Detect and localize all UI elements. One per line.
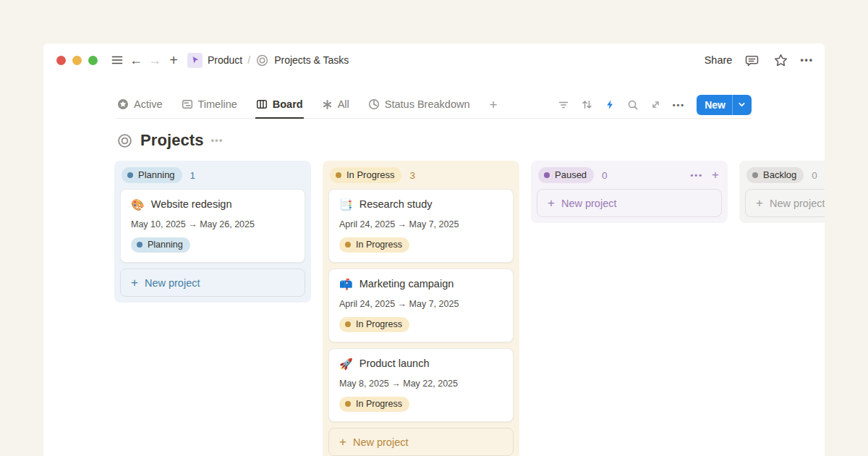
column-header: Backlog 0: [745, 164, 825, 189]
breadcrumb-product[interactable]: Product: [208, 54, 242, 66]
column-header-actions: ••• +: [691, 168, 720, 182]
window-controls: [56, 56, 98, 65]
column-count: 0: [812, 170, 817, 181]
menu-icon[interactable]: [108, 50, 127, 70]
breadcrumb-separator: /: [247, 54, 250, 66]
status-pill[interactable]: Paused: [538, 167, 594, 183]
timeline-icon: [182, 98, 193, 110]
tab-status-breakdown[interactable]: Status Breakdown: [367, 91, 471, 119]
asterisk-icon: [322, 99, 333, 110]
minimize-button[interactable]: [72, 56, 82, 65]
card-date-range: May 8, 2025 → May 22, 2025: [339, 379, 503, 389]
rocket-emoji-icon: 🚀: [339, 358, 353, 369]
card-title: Website redesign: [151, 198, 232, 210]
card-status-pill: In Progress: [339, 317, 409, 332]
page-title-row: Projects •••: [116, 131, 752, 150]
plus-icon: +: [548, 197, 555, 209]
top-bar: ← → + Product / Projects & Tasks Share •…: [43, 43, 825, 77]
status-dot-icon: [544, 172, 550, 178]
project-card[interactable]: 📑Research study April 24, 2025 → May 7, …: [328, 189, 514, 263]
new-project-button[interactable]: + New project: [328, 428, 514, 456]
status-dot-icon: [345, 401, 351, 407]
status-dot-icon: [137, 242, 142, 248]
plus-icon: +: [339, 436, 346, 448]
card-date-range: April 24, 2025 → May 7, 2025: [339, 219, 503, 229]
new-button[interactable]: New: [697, 95, 752, 115]
favorite-star-icon[interactable]: [771, 50, 790, 70]
new-page-plus-icon[interactable]: +: [164, 50, 183, 70]
column-backlog: Backlog 0 + New project: [739, 161, 825, 223]
status-pill[interactable]: In Progress: [330, 167, 401, 183]
card-status-pill: In Progress: [339, 237, 409, 253]
search-icon[interactable]: [627, 99, 639, 111]
card-status-pill: In Progress: [339, 397, 409, 412]
pie-chart-icon: [368, 98, 380, 110]
target-icon: [255, 54, 269, 67]
status-dot-icon: [345, 242, 351, 248]
tab-board[interactable]: Board: [255, 91, 304, 119]
plus-icon: +: [131, 276, 138, 289]
star-circle-icon: [117, 98, 129, 110]
new-project-button[interactable]: + New project: [745, 189, 825, 217]
zoom-button[interactable]: [88, 56, 98, 65]
close-button[interactable]: [56, 56, 66, 65]
view-tabs-bar: Active Timeline Board All Status Breakdo…: [116, 91, 752, 119]
column-planning: Planning 1 🎨Website redesign May 10, 202…: [114, 161, 311, 303]
breadcrumb: Product / Projects & Tasks: [187, 53, 349, 68]
view-more-icon[interactable]: •••: [673, 101, 686, 109]
status-dot-icon: [336, 172, 341, 178]
expand-icon[interactable]: [650, 99, 661, 110]
tab-all[interactable]: All: [321, 91, 350, 119]
card-title: Research study: [359, 198, 433, 210]
card-date-range: April 24, 2025 → May 7, 2025: [339, 299, 503, 309]
card-title: Product launch: [359, 358, 430, 369]
add-view-plus-icon[interactable]: +: [489, 91, 497, 118]
project-card[interactable]: 🎨Website redesign May 10, 2025 → May 26,…: [120, 189, 305, 263]
column-paused: Paused 0 ••• + + New project: [531, 161, 728, 223]
filter-icon[interactable]: [558, 99, 569, 111]
tab-timeline[interactable]: Timeline: [181, 91, 238, 119]
project-card[interactable]: 📫Marketing campaign April 24, 2025 → May…: [328, 269, 514, 342]
app-cursor-icon[interactable]: [187, 53, 203, 68]
view-controls: ••• New: [558, 91, 752, 118]
comment-icon[interactable]: [742, 50, 761, 70]
column-count: 1: [190, 170, 196, 181]
column-more-icon[interactable]: •••: [691, 171, 704, 180]
lightning-icon[interactable]: [605, 99, 616, 110]
new-project-button[interactable]: + New project: [120, 269, 305, 297]
column-header: In Progress 3: [328, 164, 514, 189]
breadcrumb-page[interactable]: Projects & Tasks: [274, 54, 349, 66]
card-title: Marketing campaign: [359, 278, 454, 290]
card-status-pill: Planning: [131, 237, 190, 253]
column-in-progress: In Progress 3 📑Research study April 24, …: [323, 161, 519, 456]
status-dot-icon: [752, 172, 758, 178]
card-date-range: May 10, 2025 → May 26, 2025: [131, 219, 294, 229]
column-header: Paused 0 ••• +: [537, 164, 722, 189]
sort-icon[interactable]: [581, 98, 593, 111]
status-dot-icon: [127, 172, 133, 178]
column-header: Planning 1: [120, 164, 305, 189]
topbar-actions: Share •••: [705, 50, 814, 70]
bookmark-tabs-emoji-icon: 📑: [339, 199, 353, 210]
column-add-icon[interactable]: +: [712, 168, 719, 182]
title-more-icon[interactable]: •••: [211, 135, 224, 145]
mailbox-emoji-icon: 📫: [339, 279, 353, 290]
target-icon: [116, 132, 133, 149]
column-count: 0: [602, 170, 608, 181]
board-icon: [256, 98, 268, 110]
share-button[interactable]: Share: [705, 54, 733, 66]
back-arrow-icon[interactable]: ←: [127, 50, 145, 70]
forward-arrow-icon[interactable]: →: [145, 50, 164, 70]
more-icon[interactable]: •••: [800, 55, 814, 65]
project-card[interactable]: 🚀Product launch May 8, 2025 → May 22, 20…: [328, 348, 514, 422]
notion-window: ← → + Product / Projects & Tasks Share •…: [43, 43, 825, 456]
status-pill[interactable]: Backlog: [746, 167, 804, 183]
status-pill[interactable]: Planning: [122, 167, 182, 183]
column-count: 3: [409, 170, 415, 181]
status-dot-icon: [345, 321, 351, 327]
kanban-board: Planning 1 🎨Website redesign May 10, 202…: [114, 161, 825, 456]
tab-active[interactable]: Active: [116, 91, 163, 119]
chevron-down-icon[interactable]: [732, 95, 752, 115]
plus-icon: +: [756, 197, 763, 209]
new-project-button[interactable]: + New project: [537, 189, 722, 217]
